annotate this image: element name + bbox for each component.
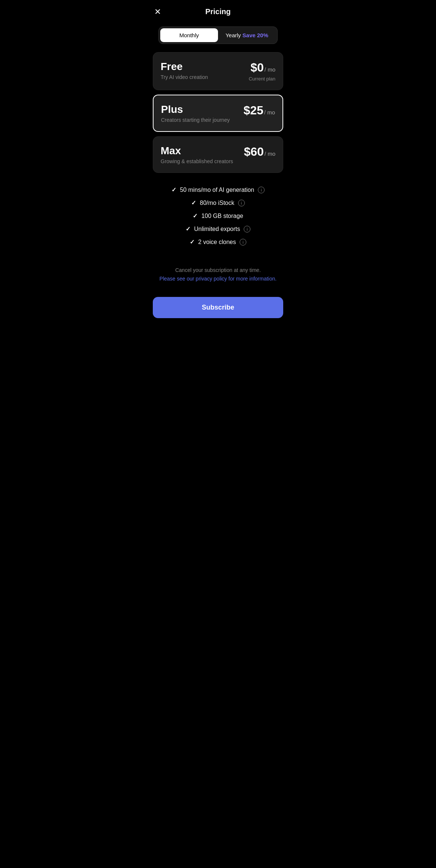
billing-toggle: Monthly Yearly Save 20% <box>153 26 283 44</box>
price-period-free: / mo <box>265 66 275 73</box>
info-icon-1[interactable]: i <box>258 187 265 193</box>
price-period-plus: / mo <box>264 109 275 115</box>
yearly-toggle[interactable]: Yearly Save 20% <box>218 28 276 42</box>
price-row-free: $0 / mo <box>250 61 275 75</box>
price-period-max: / mo <box>265 151 275 157</box>
plan-info-max: Max Growing & established creators <box>161 145 233 164</box>
privacy-link[interactable]: Please see our privacy policy for more i… <box>159 276 277 282</box>
yearly-label: Yearly <box>225 32 241 38</box>
feature-item-5: ✓ 2 voice clones i <box>153 235 283 248</box>
feature-text-2: 80/mo iStock <box>200 200 234 206</box>
page-title: Pricing <box>205 7 231 16</box>
feature-text-5: 2 voice clones <box>198 239 236 245</box>
price-row-max: $60 / mo <box>244 145 275 159</box>
check-icon-2: ✓ <box>191 199 196 206</box>
footer-section: Cancel your subscription at any time. Pl… <box>145 256 291 289</box>
feature-text-1: 50 mins/mo of AI generation <box>180 187 254 193</box>
info-icon-4[interactable]: i <box>244 226 250 232</box>
plan-description-max: Growing & established creators <box>161 158 233 164</box>
feature-item-3: ✓ 100 GB storage <box>153 209 283 222</box>
price-amount-free: $0 <box>250 61 264 75</box>
price-amount-max: $60 <box>244 145 263 159</box>
close-button[interactable]: ✕ <box>153 6 162 18</box>
feature-item-2: ✓ 80/mo iStock i <box>153 196 283 209</box>
plan-card-plus[interactable]: Plus Creators starting their journey $25… <box>153 95 283 132</box>
plan-card-free[interactable]: Free Try AI video creation $0 / mo Curre… <box>153 52 283 90</box>
plan-name-plus: Plus <box>161 104 230 115</box>
info-icon-2[interactable]: i <box>238 200 245 206</box>
subscribe-button[interactable]: Subscribe <box>153 297 283 318</box>
plan-description-free: Try AI video creation <box>161 74 208 80</box>
feature-item-1: ✓ 50 mins/mo of AI generation i <box>153 183 283 196</box>
plan-description-plus: Creators starting their journey <box>161 117 230 123</box>
check-icon-3: ✓ <box>193 212 198 219</box>
save-badge: Save 20% <box>243 32 268 38</box>
plan-price-max: $60 / mo <box>244 145 275 159</box>
monthly-toggle[interactable]: Monthly <box>160 28 218 42</box>
plan-price-free: $0 / mo Current plan <box>249 61 275 82</box>
plan-info-plus: Plus Creators starting their journey <box>161 104 230 123</box>
cancel-text: Cancel your subscription at any time. <box>153 267 283 273</box>
price-amount-plus: $25 <box>243 104 263 117</box>
plans-container: Free Try AI video creation $0 / mo Curre… <box>145 52 291 173</box>
plan-price-plus: $25 / mo <box>243 104 275 117</box>
check-icon-4: ✓ <box>186 225 190 232</box>
plan-name-max: Max <box>161 145 233 157</box>
check-icon-1: ✓ <box>171 186 176 193</box>
check-icon-5: ✓ <box>190 238 195 245</box>
toggle-container: Monthly Yearly Save 20% <box>158 26 278 44</box>
features-section: ✓ 50 mins/mo of AI generation i ✓ 80/mo … <box>145 173 291 256</box>
feature-item-4: ✓ Unlimited exports i <box>153 222 283 235</box>
feature-text-3: 100 GB storage <box>201 213 243 219</box>
plan-name-free: Free <box>161 61 208 73</box>
price-row-plus: $25 / mo <box>243 104 275 117</box>
feature-text-4: Unlimited exports <box>194 226 240 232</box>
current-plan-label: Current plan <box>249 76 275 82</box>
header: ✕ Pricing <box>145 0 291 20</box>
info-icon-5[interactable]: i <box>240 239 246 245</box>
plan-card-max[interactable]: Max Growing & established creators $60 /… <box>153 136 283 173</box>
plan-info-free: Free Try AI video creation <box>161 61 208 80</box>
